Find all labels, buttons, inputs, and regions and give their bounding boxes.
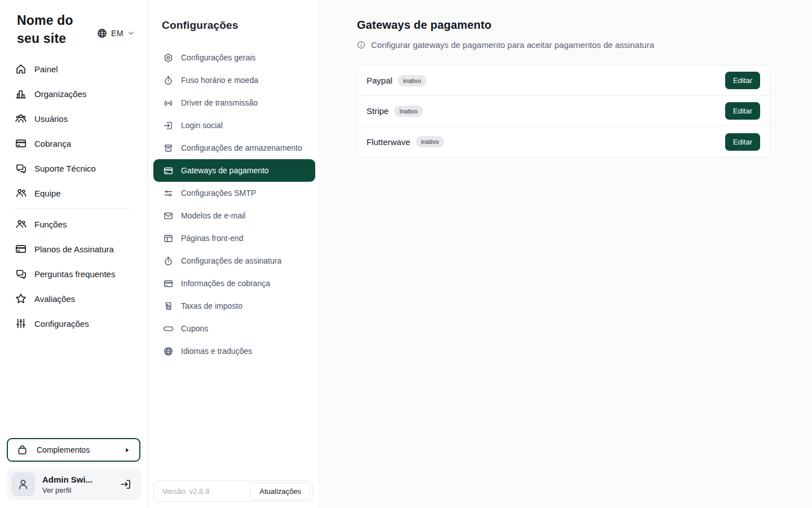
settings-item-cupons[interactable]: Cupons	[153, 317, 315, 340]
gateway-list: Paypal inativo Editar Stripe Inativo Edi…	[357, 65, 770, 157]
globe-icon	[97, 28, 107, 38]
settings-item-label: Informações de cobrança	[181, 279, 270, 288]
caret-right-icon	[124, 447, 130, 453]
profile-view-link[interactable]: Ver perfil	[42, 486, 92, 494]
sidebar-item-label: Planos de Assinatura	[34, 244, 114, 254]
sidebar-item-label: Funções	[34, 220, 67, 229]
sidebar-item-configuracoes[interactable]: Configurações	[0, 311, 147, 336]
page-subtitle: Configurar gateways de pagamento para ac…	[357, 40, 770, 50]
settings-item-label: Configurações de assinatura	[181, 256, 281, 265]
stopwatch-icon	[164, 256, 173, 266]
logout-icon[interactable]	[120, 479, 131, 490]
envelope-icon	[164, 211, 173, 221]
bag-icon	[17, 445, 28, 456]
credit-card-icon	[164, 279, 173, 288]
language-selector[interactable]: EM	[97, 19, 135, 47]
settings-item-transmissao[interactable]: Driver de transmissão	[153, 91, 315, 114]
sidebar-item-label: Organizações	[34, 89, 87, 99]
updates-button[interactable]: Atualizações	[250, 483, 310, 500]
gateway-name: Paypal	[367, 76, 392, 85]
info-icon	[357, 41, 365, 49]
sidebar-item-faq[interactable]: Perguntas frequentes	[0, 261, 147, 286]
login-icon	[164, 121, 173, 130]
settings-item-armazenamento[interactable]: Configurações de armazenamento	[153, 137, 315, 159]
sidebar-item-usuarios[interactable]: Usuários	[0, 106, 147, 131]
sidebar-item-cobranca[interactable]: Cobrança	[0, 131, 147, 156]
settings-nav: Configurações gerais Fuso horário e moed…	[148, 46, 320, 362]
sliders-icon	[164, 189, 173, 198]
main-content: Gateways de pagamento Configurar gateway…	[320, 0, 812, 508]
gateway-row-stripe: Stripe Inativo Editar	[358, 96, 769, 126]
sidebar-item-funcoes[interactable]: Funções	[0, 212, 147, 237]
sidebar-item-label: Perguntas frequentes	[34, 269, 115, 279]
storage-icon	[164, 143, 173, 153]
edit-gateway-button[interactable]: Editar	[725, 72, 760, 89]
settings-item-fuso[interactable]: Fuso horário e moeda	[153, 69, 315, 91]
ticket-icon	[164, 324, 173, 334]
settings-item-gerais[interactable]: Configurações gerais	[153, 46, 315, 69]
settings-title: Configurações	[148, 0, 320, 32]
team-icon	[15, 187, 27, 199]
edit-gateway-button[interactable]: Editar	[725, 133, 760, 151]
gateway-status-badge: Inativo	[394, 106, 422, 117]
settings-item-label: Modelos de e-mail	[181, 211, 245, 220]
settings-item-label: Login social	[181, 121, 223, 130]
primary-sidebar: Nome do seu site EM Painel Organizações …	[0, 0, 148, 508]
settings-item-smtp[interactable]: Configurações SMTP	[153, 182, 315, 204]
sidebar-item-equipe[interactable]: Equipe	[0, 181, 147, 205]
sidebar-item-planos[interactable]: Planos de Assinatura	[0, 237, 147, 261]
sliders-icon	[15, 318, 27, 329]
settings-item-assinatura[interactable]: Configurações de assinatura	[153, 249, 315, 272]
settings-item-label: Fuso horário e moeda	[181, 76, 258, 85]
team-icon	[15, 218, 27, 230]
sidebar-item-organizacoes[interactable]: Organizações	[0, 81, 147, 106]
settings-item-label: Páginas front-end	[181, 234, 244, 243]
house-icon	[15, 63, 27, 75]
sidebar-item-avaliacoes[interactable]: Avaliações	[0, 286, 147, 311]
star-icon	[15, 293, 27, 304]
sidebar-item-label: Usuários	[34, 114, 68, 124]
settings-sidebar: Configurações Configurações gerais Fuso …	[148, 0, 320, 508]
addons-label: Complementos	[37, 445, 90, 454]
sidebar-item-label: Cobrança	[34, 139, 71, 148]
layout-icon	[164, 234, 173, 243]
gateway-name: Stripe	[367, 106, 389, 116]
chat-icon	[15, 268, 27, 279]
settings-item-label: Idiomas e traduções	[181, 347, 252, 356]
nut-icon	[164, 53, 173, 63]
settings-item-label: Configurações SMTP	[181, 189, 256, 198]
settings-item-idiomas[interactable]: Idiomas e traduções	[153, 340, 315, 362]
language-code: EM	[111, 29, 123, 38]
sidebar-item-painel[interactable]: Painel	[0, 56, 147, 81]
settings-item-modelos-email[interactable]: Modelos de e-mail	[153, 204, 315, 227]
buildings-icon	[15, 88, 27, 99]
settings-item-label: Gateways de pagamento	[181, 166, 269, 175]
sidebar-item-label: Equipe	[34, 189, 61, 198]
avatar	[11, 472, 35, 496]
settings-item-paginas[interactable]: Páginas front-end	[153, 227, 315, 249]
settings-item-login-social[interactable]: Login social	[153, 114, 315, 137]
sidebar-item-label: Configurações	[34, 319, 89, 329]
settings-item-label: Configurações de armazenamento	[181, 143, 302, 152]
addons-button[interactable]: Complementos	[7, 438, 140, 462]
receipt-icon	[164, 301, 173, 311]
sidebar-item-suporte[interactable]: Suporte Técnico	[0, 156, 147, 181]
nav-divider	[14, 208, 129, 209]
sidebar-item-label: Painel	[34, 64, 58, 74]
gateway-status-badge: inativo	[398, 75, 426, 86]
settings-item-gateways[interactable]: Gateways de pagamento	[153, 159, 315, 182]
main-nav: Painel Organizações Usuários Cobrança Su…	[0, 56, 147, 336]
settings-item-taxas[interactable]: Taxas de imposto	[153, 295, 315, 317]
brand-row: Nome do seu site EM	[0, 0, 147, 47]
profile-card[interactable]: Admin Swi... Ver perfil	[7, 468, 140, 500]
settings-item-label: Configurações gerais	[181, 53, 255, 62]
person-icon	[17, 478, 29, 491]
credit-card-icon	[15, 138, 27, 149]
settings-item-label: Cupons	[181, 324, 208, 333]
globe-icon	[164, 347, 173, 356]
stopwatch-icon	[164, 76, 173, 85]
settings-item-info-cobranca[interactable]: Informações de cobrança	[153, 272, 315, 295]
broadcast-icon	[164, 98, 173, 108]
profile-name: Admin Swi...	[42, 475, 92, 484]
edit-gateway-button[interactable]: Editar	[725, 102, 760, 120]
